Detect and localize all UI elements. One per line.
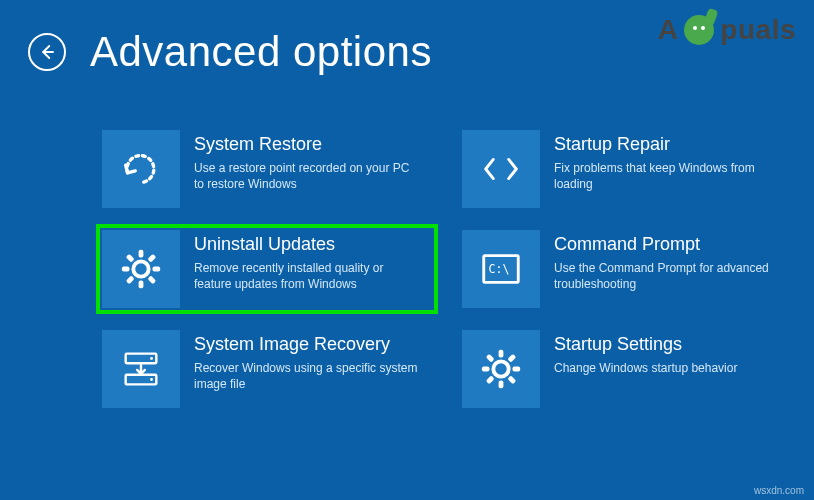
- option-text: Startup Repair Fix problems that keep Wi…: [554, 130, 779, 192]
- option-text: Startup Settings Change Windows startup …: [554, 330, 737, 376]
- svg-rect-6: [126, 254, 135, 263]
- svg-rect-19: [486, 375, 495, 384]
- system-image-recovery-icon: [102, 330, 180, 408]
- back-button[interactable]: [28, 33, 66, 71]
- options-grid: System Restore Use a restore point recor…: [102, 130, 794, 408]
- svg-point-13: [150, 378, 153, 381]
- corner-text: wsxdn.com: [754, 485, 804, 496]
- svg-rect-3: [153, 267, 161, 272]
- startup-settings-icon: [462, 330, 540, 408]
- option-desc: Use a restore point recorded on your PC …: [194, 160, 419, 192]
- svg-rect-20: [486, 354, 495, 363]
- option-system-image-recovery[interactable]: System Image Recovery Recover Windows us…: [102, 330, 432, 408]
- uninstall-updates-icon: [102, 230, 180, 308]
- watermark-icon: [684, 15, 714, 45]
- option-startup-repair[interactable]: Startup Repair Fix problems that keep Wi…: [462, 130, 792, 208]
- option-text: Uninstall Updates Remove recently instal…: [194, 230, 419, 292]
- option-desc: Recover Windows using a specific system …: [194, 360, 419, 392]
- watermark-prefix: A: [658, 14, 679, 46]
- svg-rect-7: [147, 275, 156, 284]
- svg-text:C:\: C:\: [489, 262, 510, 276]
- svg-rect-17: [513, 367, 521, 372]
- svg-rect-5: [126, 275, 135, 284]
- back-arrow-icon: [38, 43, 56, 61]
- option-system-restore[interactable]: System Restore Use a restore point recor…: [102, 130, 432, 208]
- option-command-prompt[interactable]: C:\ Command Prompt Use the Command Promp…: [462, 230, 792, 308]
- watermark-logo: A puals: [658, 14, 796, 46]
- option-title: System Image Recovery: [194, 334, 419, 356]
- option-text: System Image Recovery Recover Windows us…: [194, 330, 419, 392]
- option-title: Startup Settings: [554, 334, 737, 356]
- option-startup-settings[interactable]: Startup Settings Change Windows startup …: [462, 330, 792, 408]
- command-prompt-icon: C:\: [462, 230, 540, 308]
- svg-rect-0: [139, 250, 144, 258]
- watermark-suffix: puals: [720, 14, 796, 46]
- svg-rect-21: [507, 375, 516, 384]
- option-desc: Remove recently installed quality or fea…: [194, 260, 419, 292]
- option-desc: Change Windows startup behavior: [554, 360, 737, 376]
- startup-repair-icon: [462, 130, 540, 208]
- svg-rect-14: [499, 350, 504, 358]
- option-desc: Use the Command Prompt for advanced trou…: [554, 260, 779, 292]
- svg-rect-16: [482, 367, 490, 372]
- option-title: Startup Repair: [554, 134, 779, 156]
- header: Advanced options: [28, 28, 432, 76]
- option-text: Command Prompt Use the Command Prompt fo…: [554, 230, 779, 292]
- page-title: Advanced options: [90, 28, 432, 76]
- svg-rect-2: [122, 267, 130, 272]
- svg-rect-1: [139, 281, 144, 289]
- system-restore-icon: [102, 130, 180, 208]
- svg-rect-4: [147, 254, 156, 263]
- option-desc: Fix problems that keep Windows from load…: [554, 160, 779, 192]
- svg-point-11: [150, 357, 153, 360]
- option-uninstall-updates[interactable]: Uninstall Updates Remove recently instal…: [96, 224, 438, 314]
- option-title: Command Prompt: [554, 234, 779, 256]
- svg-rect-18: [507, 354, 516, 363]
- option-text: System Restore Use a restore point recor…: [194, 130, 419, 192]
- option-title: Uninstall Updates: [194, 234, 419, 256]
- svg-rect-15: [499, 381, 504, 389]
- option-title: System Restore: [194, 134, 419, 156]
